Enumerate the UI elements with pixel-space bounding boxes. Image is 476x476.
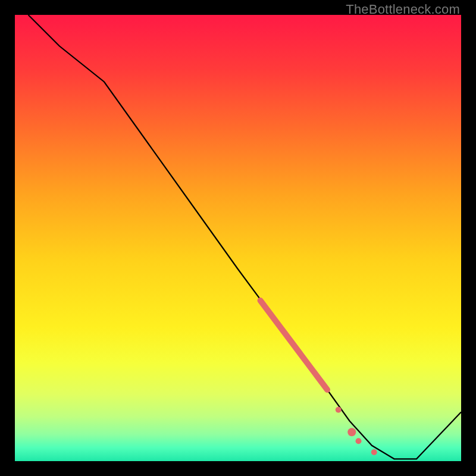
highlight-segment (261, 300, 328, 390)
highlight-point (356, 438, 362, 444)
bottleneck-curve (29, 15, 462, 459)
highlight-point (347, 428, 356, 436)
highlight-point (336, 407, 342, 413)
chart-area (15, 15, 461, 461)
highlight-points (336, 407, 377, 455)
highlight-point (371, 449, 377, 455)
chart-curve-layer (15, 15, 461, 461)
watermark-text: TheBottleneck.com (346, 2, 460, 17)
